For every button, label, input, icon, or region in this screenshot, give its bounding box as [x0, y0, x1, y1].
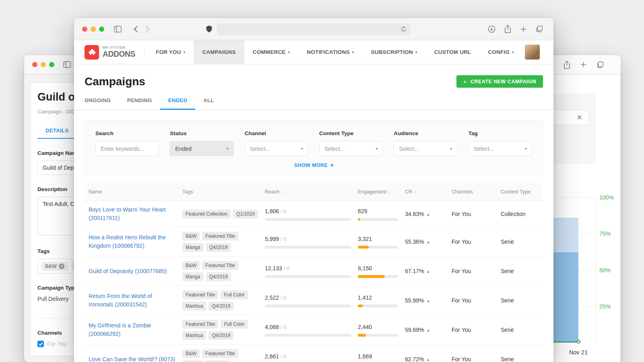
content-type-select[interactable]: Select...▾: [319, 141, 383, 156]
puzzle-logo-icon: [85, 45, 99, 60]
nav-item-label: CUSTOM URL: [434, 49, 471, 55]
reach-value: 4,088: [265, 324, 279, 330]
minimize-window-button[interactable]: [91, 27, 96, 32]
tag-chip: Manhua: [182, 302, 206, 311]
tag-chip: Manhua: [182, 331, 206, 340]
campaign-link[interactable]: Boys Love to Warm Your Heart (200117811): [89, 206, 166, 221]
trend-up-icon: ▲: [426, 212, 430, 216]
column-header-cr[interactable]: CR↓: [405, 189, 452, 195]
traffic-lights: [82, 27, 104, 32]
campaign-link[interactable]: My Girlfriend is a Zombie (200066292): [89, 322, 151, 337]
tag-chip: Full Color: [221, 320, 248, 329]
new-tab-icon[interactable]: [520, 25, 527, 33]
channel-foryou-checkbox[interactable]: [37, 341, 44, 347]
channel-select[interactable]: Select...▾: [245, 141, 308, 156]
chevron-down-icon: ▾: [331, 162, 334, 168]
campaign-link[interactable]: Love Can Save the World!? (8073): [89, 356, 175, 362]
tab-ended[interactable]: ENDED: [160, 97, 196, 110]
engagement-bar-fill: [358, 334, 366, 337]
nav-item-commerce[interactable]: COMMERCE▾: [244, 40, 299, 64]
tab-overview-icon[interactable]: [536, 25, 543, 33]
channel-foryou-label: For You: [47, 341, 66, 347]
new-tab-icon[interactable]: [580, 61, 587, 68]
nav-item-label: NOTIFICATIONS: [307, 49, 350, 55]
zoom-window-button[interactable]: [99, 27, 104, 32]
column-header-content-type: Content Type: [501, 189, 543, 195]
tag-chip: B&W: [182, 261, 200, 270]
tag-chip: B&W: [182, 349, 200, 358]
privacy-shield-icon[interactable]: [206, 25, 212, 33]
brand-logo-block[interactable]: MR SYSTEM ADDONS: [74, 40, 138, 64]
tab-ongoing[interactable]: ONGOING: [76, 97, 119, 110]
minimize-window-button[interactable]: [41, 62, 46, 67]
nav-item-label: CAMPAIGNS: [202, 49, 235, 55]
table-row: Boys Love to Warm Your Heart (200117811)…: [85, 201, 543, 227]
audience-select[interactable]: Select...▾: [394, 141, 457, 156]
back-icon[interactable]: [134, 26, 138, 33]
nav-item-campaigns[interactable]: CAMPAIGNS: [194, 40, 244, 64]
campaign-link[interactable]: How a Realist Hero Rebuilt the Kingdom (…: [89, 234, 165, 249]
page-title: Campaigns: [85, 75, 145, 88]
close-window-button[interactable]: [82, 27, 87, 32]
tab-details[interactable]: DETAILS: [37, 128, 76, 139]
column-header-tags: Tags: [182, 189, 265, 195]
tag-chip: Full Color: [221, 290, 248, 299]
row-channels: For You: [452, 211, 501, 217]
tag-chip: Q4/2019: [206, 360, 231, 362]
chevron-down-icon: ▾: [376, 146, 378, 151]
reach-value: 2,522: [265, 294, 279, 301]
trend-up-icon: ▲: [426, 299, 430, 303]
tag-chip: Featured Title: [202, 261, 238, 270]
close-window-button[interactable]: [32, 62, 37, 67]
sidebar-toggle-icon[interactable]: [114, 26, 122, 33]
chevron-down-icon: ▾: [450, 146, 452, 151]
campaign-link[interactable]: Guild of Depravity (100077685): [89, 268, 167, 274]
sort-descending-icon[interactable]: ↓: [388, 189, 390, 195]
chevron-down-icon: ▾: [227, 146, 229, 151]
column-header-engagement[interactable]: Engagement↓: [358, 189, 405, 195]
reload-icon[interactable]: [401, 26, 407, 32]
tab-all[interactable]: ALL: [195, 97, 222, 110]
row-content-type: Serie: [501, 239, 543, 245]
reach-total: / 0: [281, 324, 286, 330]
remove-tag-icon[interactable]: ✕: [59, 263, 64, 269]
share-icon[interactable]: [504, 25, 511, 33]
reach-total: / 0: [284, 265, 289, 272]
address-bar[interactable]: [217, 23, 410, 35]
search-input[interactable]: [101, 146, 154, 152]
share-icon[interactable]: [564, 61, 570, 69]
forward-icon[interactable]: [145, 26, 150, 33]
tag-chip: Featured Title: [202, 232, 238, 241]
nav-item-config[interactable]: CONFIG▾: [480, 40, 522, 64]
chart-point-marker: [577, 340, 580, 343]
sort-descending-icon[interactable]: ↓: [414, 189, 416, 195]
nav-item-notifications[interactable]: NOTIFICATIONS▾: [298, 40, 362, 64]
create-new-campaign-button[interactable]: + CREATE NEW CAMPAIGN: [456, 75, 543, 88]
show-more-link[interactable]: SHOW MORE ▾: [294, 162, 334, 168]
sidebar-toggle-icon[interactable]: [63, 61, 71, 68]
reach-bar: [265, 275, 351, 278]
reach-bar: [265, 218, 351, 221]
column-header-reach[interactable]: Reach↓: [265, 189, 358, 195]
page-header: Campaigns + CREATE NEW CAMPAIGN ONGOINGP…: [74, 64, 553, 110]
engagement-value: 1,669: [358, 353, 372, 360]
row-channels: For You: [452, 297, 501, 304]
nav-item-subscription[interactable]: SUBSCRIPTION▾: [363, 40, 426, 64]
tab-overview-icon[interactable]: [597, 61, 604, 68]
downloads-icon[interactable]: [488, 25, 495, 33]
column-label: Name: [89, 189, 102, 195]
tab-pending[interactable]: PENDING: [119, 97, 160, 110]
column-label: Engagement: [358, 189, 386, 195]
status-select[interactable]: Ended▾: [170, 141, 233, 156]
divider: [144, 46, 145, 58]
sort-descending-icon[interactable]: ↓: [281, 189, 283, 195]
nav-item-label: FOR YOU: [156, 49, 181, 55]
tag-select[interactable]: Select...▾: [469, 141, 532, 156]
campaign-link[interactable]: Return From the World of Immortals (2000…: [89, 293, 152, 308]
filter-tag: TagSelect...▾: [469, 130, 532, 156]
nav-item-custom-url[interactable]: CUSTOM URL: [426, 40, 480, 64]
zoom-window-button[interactable]: [49, 62, 54, 67]
nav-item-for-you[interactable]: FOR YOU▾: [147, 40, 194, 64]
select-value: Select...: [250, 146, 270, 152]
user-avatar[interactable]: [525, 45, 540, 60]
